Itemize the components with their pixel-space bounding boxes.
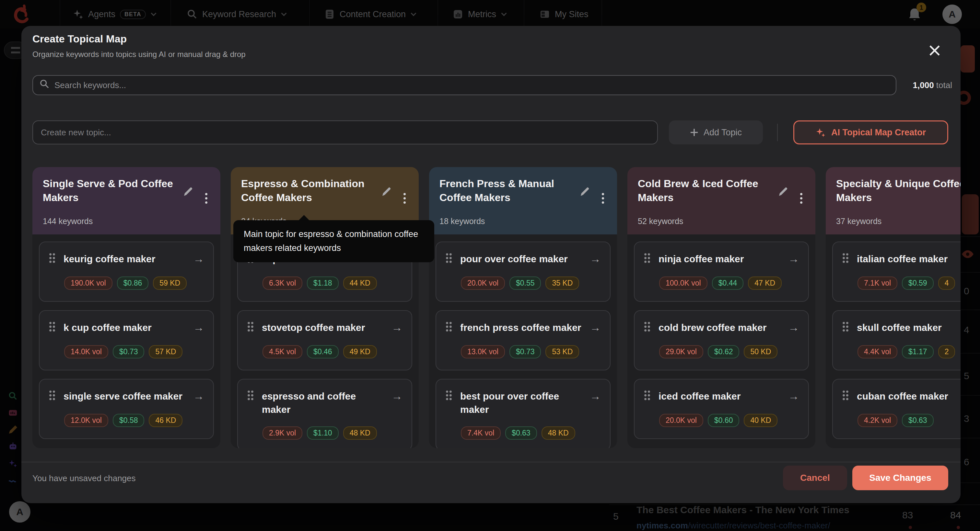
topic-column-header: Single Serve & Pod Coffee Makers 144 key… <box>32 167 220 235</box>
arrow-right-icon[interactable]: → <box>590 253 601 264</box>
arrow-right-icon[interactable]: → <box>788 390 799 401</box>
drag-handle-icon[interactable] <box>445 252 452 266</box>
drag-handle-icon[interactable] <box>842 321 849 335</box>
cpc-badge: $1.18 <box>307 276 339 290</box>
drag-handle-icon[interactable] <box>445 390 452 403</box>
kd-badge: 46 KD <box>149 414 183 427</box>
kd-badge: 48 KD <box>343 426 377 440</box>
volume-badge: 4.4K vol <box>858 345 897 358</box>
arrow-right-icon[interactable]: → <box>193 253 204 264</box>
footer-divider <box>21 462 961 462</box>
keyword-card[interactable]: cold brew coffee maker → 29.0K vol $0.62… <box>634 310 809 370</box>
drag-handle-icon[interactable] <box>247 321 254 335</box>
volume-badge: 6.3K vol <box>262 276 302 290</box>
kebab-menu-icon[interactable] <box>797 193 806 204</box>
topic-keyword-count: 52 keywords <box>638 217 683 226</box>
topic-keyword-count: 37 keywords <box>836 217 881 226</box>
edit-icon[interactable] <box>183 187 193 200</box>
arrow-right-icon[interactable]: → <box>391 322 402 333</box>
cancel-button[interactable]: Cancel <box>783 466 847 490</box>
topic-column-single-serve: Single Serve & Pod Coffee Makers 144 key… <box>32 167 220 448</box>
arrow-right-icon[interactable]: → <box>590 390 601 401</box>
add-topic-button[interactable]: Add Topic <box>669 120 763 144</box>
topic-tooltip: Main topic for espresso & combination co… <box>233 220 434 262</box>
ai-topical-map-creator-button[interactable]: AI Topical Map Creator <box>793 120 948 144</box>
drag-handle-icon[interactable] <box>247 390 254 403</box>
search-keywords-input[interactable] <box>54 80 889 90</box>
cpc-badge: $0.86 <box>117 276 149 290</box>
modal-title: Create Topical Map <box>32 33 127 45</box>
topic-title: French Press & Manual Coffee Makers <box>439 177 576 204</box>
kd-badge: 50 KD <box>744 345 778 358</box>
cpc-badge: $1.17 <box>902 345 934 358</box>
keyword-card[interactable]: ninja coffee maker → 100.0K vol $0.44 47… <box>634 241 809 302</box>
kebab-menu-icon[interactable] <box>598 193 607 204</box>
arrow-right-icon[interactable]: → <box>788 322 799 333</box>
plus-icon <box>690 128 698 136</box>
keyword-name: iced coffee maker <box>659 390 780 403</box>
drag-handle-icon[interactable] <box>644 321 651 335</box>
cpc-badge: $0.63 <box>505 426 537 440</box>
kd-badge: 44 KD <box>343 276 377 290</box>
drag-handle-icon[interactable] <box>842 390 849 403</box>
edit-icon[interactable] <box>579 187 590 200</box>
keyword-name: pour over coffee maker <box>460 252 582 266</box>
toolbar-divider <box>777 124 778 141</box>
keyword-card[interactable]: italian coffee maker → 7.1K vol $0.59 4 <box>832 241 961 302</box>
edit-icon[interactable] <box>778 187 788 200</box>
topic-title: Espresso & Combination Coffee Makers <box>241 177 377 204</box>
drag-handle-icon[interactable] <box>49 321 56 335</box>
keyword-card[interactable]: k cup coffee maker → 14.0K vol $0.73 57 … <box>39 310 214 370</box>
kebab-menu-icon[interactable] <box>400 193 409 204</box>
keyword-card[interactable]: single serve coffee maker → 12.0K vol $0… <box>39 379 214 439</box>
new-topic-field <box>32 120 658 144</box>
drag-handle-icon[interactable] <box>644 390 651 403</box>
keyword-card[interactable]: keurig coffee maker → 190.0K vol $0.86 5… <box>39 241 214 302</box>
total-label: total <box>934 80 952 90</box>
save-changes-button[interactable]: Save Changes <box>852 466 948 490</box>
keyword-card[interactable]: pour over coffee maker → 20.0K vol $0.55… <box>436 241 611 302</box>
arrow-right-icon[interactable]: → <box>193 390 204 401</box>
topic-keyword-count: 18 keywords <box>439 217 485 226</box>
keyword-card[interactable]: french press coffee maker → 13.0K vol $0… <box>436 310 611 370</box>
arrow-right-icon[interactable]: → <box>788 253 799 264</box>
search-keywords-field <box>32 75 896 95</box>
volume-badge: 7.4K vol <box>461 426 501 440</box>
kd-badge: 59 KD <box>153 276 187 290</box>
drag-handle-icon[interactable] <box>445 321 452 335</box>
keyword-name: best pour over coffee maker <box>460 390 582 416</box>
keyword-card[interactable]: best pour over coffee maker → 7.4K vol $… <box>436 379 611 448</box>
arrow-right-icon[interactable]: → <box>193 322 204 333</box>
topic-title: Cold Brew & Iced Coffee Makers <box>638 177 774 204</box>
arrow-right-icon[interactable]: → <box>590 322 601 333</box>
keyword-card[interactable]: espresso and coffee maker → 2.9K vol $1.… <box>237 379 412 448</box>
cpc-badge: $0.58 <box>113 414 145 427</box>
drag-handle-icon[interactable] <box>49 390 56 403</box>
arrow-right-icon[interactable]: → <box>391 390 402 401</box>
create-topical-map-modal: Create Topical Map Organize keywords int… <box>21 26 961 503</box>
keyword-name: ninja coffee maker <box>659 252 780 266</box>
close-icon[interactable] <box>927 43 942 58</box>
edit-icon[interactable] <box>381 187 391 200</box>
keyword-total-count: 1,000 total <box>907 80 952 90</box>
drag-handle-icon[interactable] <box>49 252 56 266</box>
keyword-card[interactable]: cuban coffee maker → 4.2K vol $0.63 <box>832 379 961 439</box>
keyword-name: italian coffee maker <box>857 252 961 266</box>
topic-column-header: Specialty & Unique Coffee Makers 37 keyw… <box>826 167 961 235</box>
keyword-name: skull coffee maker <box>857 321 961 334</box>
drag-handle-icon[interactable] <box>842 252 849 266</box>
kd-badge: 4 <box>938 276 955 290</box>
volume-badge: 20.0K vol <box>659 414 703 427</box>
keyword-card[interactable]: stovetop coffee maker → 4.5K vol $0.46 4… <box>237 310 412 370</box>
keyword-card[interactable]: skull coffee maker → 4.4K vol $1.17 2 <box>832 310 961 370</box>
new-topic-input[interactable] <box>41 128 649 138</box>
topic-columns-scroll-area[interactable]: Single Serve & Pod Coffee Makers 144 key… <box>32 167 961 448</box>
kebab-menu-icon[interactable] <box>202 193 211 204</box>
cpc-badge: $0.73 <box>509 345 541 358</box>
drag-handle-icon[interactable] <box>644 252 651 266</box>
topic-title: Single Serve & Pod Coffee Makers <box>43 177 179 204</box>
kd-badge: 57 KD <box>149 345 183 358</box>
volume-badge: 29.0K vol <box>659 345 703 358</box>
volume-badge: 100.0K vol <box>659 276 708 290</box>
keyword-card[interactable]: iced coffee maker → 20.0K vol $0.60 40 K… <box>634 379 809 439</box>
